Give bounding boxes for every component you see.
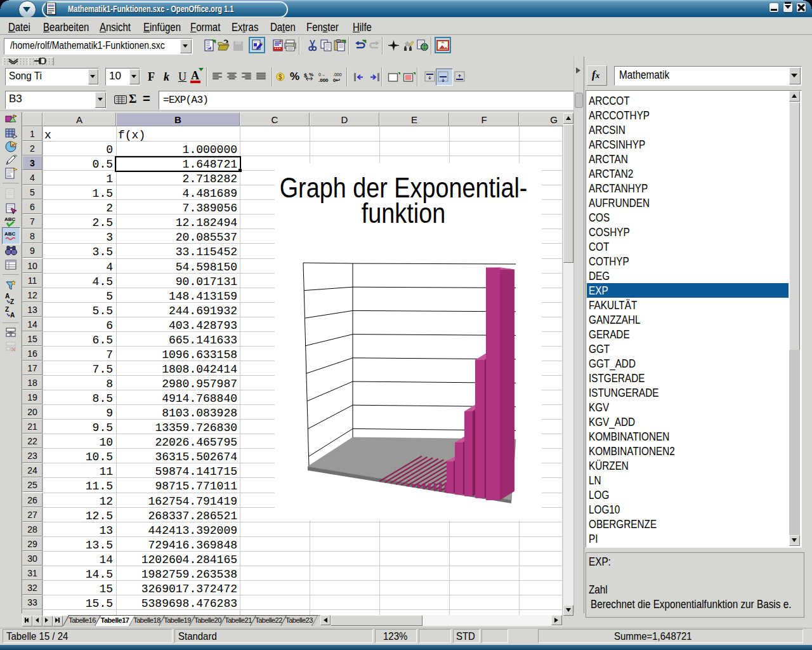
svg-text:0→: 0→ — [318, 72, 325, 77]
svg-text:0↩: 0↩ — [333, 77, 340, 83]
svg-text:$: $ — [304, 72, 307, 79]
svg-text:%: % — [309, 72, 313, 77]
svg-text:.000: .000 — [318, 77, 329, 83]
svg-text:$: $ — [278, 74, 282, 81]
svg-text:funktion: funktion — [362, 197, 445, 229]
svg-text:.000: .000 — [333, 72, 342, 77]
